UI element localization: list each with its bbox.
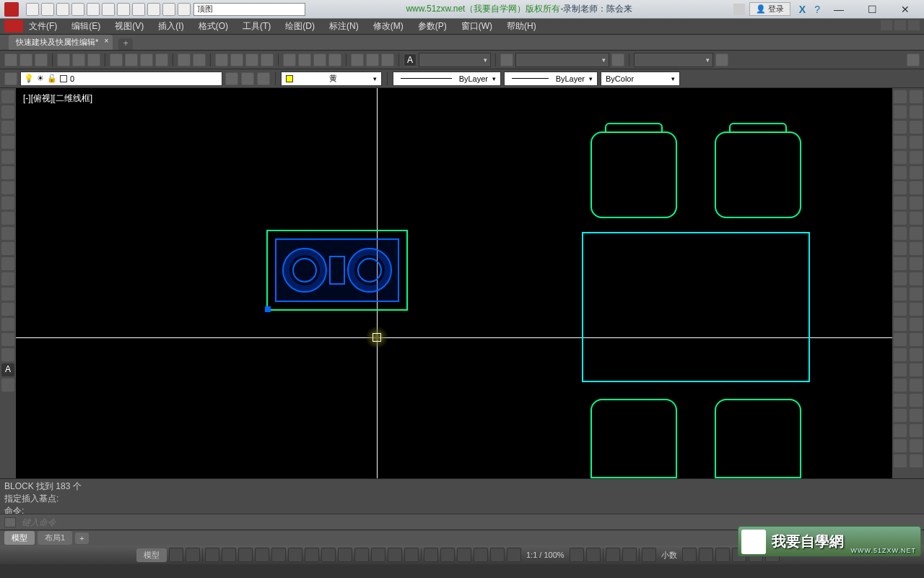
dim-break-icon[interactable] [910, 272, 923, 285]
workspace-field[interactable]: 顶图 [193, 3, 305, 16]
lock-ui-icon[interactable] [699, 548, 713, 562]
table-style-combo[interactable] [634, 53, 713, 67]
insert-block-icon[interactable] [1, 257, 14, 270]
publish-icon[interactable] [87, 53, 100, 66]
cycle-icon[interactable] [404, 548, 419, 562]
array-icon[interactable] [894, 151, 907, 164]
copy-icon[interactable] [125, 53, 138, 66]
drawing-canvas[interactable]: [-][俯视][二维线框] [16, 88, 892, 478]
menu-file[interactable]: 文件(F) [29, 20, 57, 33]
viewport-label[interactable]: [-][俯视][二维线框] [23, 92, 92, 105]
people-icon[interactable] [733, 4, 745, 15]
circle-icon[interactable] [1, 181, 14, 194]
polygon-icon[interactable] [1, 136, 14, 149]
model-toggle[interactable]: 模型 [136, 548, 167, 562]
save-icon[interactable] [35, 53, 48, 66]
menu-insert[interactable]: 插入(I) [158, 20, 183, 33]
stove-block[interactable] [266, 230, 408, 311]
tool-icon[interactable] [894, 439, 907, 452]
lwt-icon[interactable] [371, 548, 385, 562]
extend-icon[interactable] [894, 242, 907, 255]
menu-modify[interactable]: 修改(M) [373, 20, 404, 33]
qat-save-icon[interactable] [56, 3, 69, 16]
revcloud-icon[interactable] [1, 197, 14, 210]
layer-combo[interactable]: 💡 ☀ 🔓 0 [20, 72, 222, 86]
menu-dim[interactable]: 标注(N) [329, 20, 359, 33]
tool-icon[interactable] [894, 394, 907, 407]
menu-format[interactable]: 格式(O) [199, 20, 228, 33]
zoom-out-icon[interactable] [570, 548, 584, 562]
stretch-icon[interactable] [894, 212, 907, 225]
maximize-button[interactable]: ☐ [858, 2, 886, 17]
dimtedit-icon[interactable] [910, 363, 923, 376]
dim-style-icon[interactable] [500, 53, 513, 66]
zoom-prev-icon[interactable] [261, 53, 274, 66]
chair-block[interactable] [715, 399, 801, 478]
dimedit-icon[interactable] [910, 348, 923, 361]
dim-diameter-icon[interactable] [910, 181, 923, 194]
dim-space-icon[interactable] [910, 257, 923, 270]
pline-icon[interactable] [1, 121, 14, 134]
menu-view[interactable]: 视图(V) [115, 20, 144, 33]
rectangle-icon[interactable] [1, 151, 14, 164]
tool-icon[interactable] [894, 363, 907, 376]
dyn-icon[interactable] [354, 548, 369, 562]
new-icon[interactable] [4, 53, 17, 66]
pan-icon[interactable] [215, 53, 228, 66]
qat-undo-icon[interactable] [102, 3, 115, 16]
ducs-icon[interactable] [338, 548, 352, 562]
scale-icon[interactable] [894, 197, 907, 210]
mirror-icon[interactable] [894, 121, 907, 134]
text-style-combo[interactable] [419, 53, 491, 67]
tool-icon[interactable] [910, 424, 923, 437]
dim-quick-icon[interactable] [910, 212, 923, 225]
print-icon[interactable] [57, 53, 70, 66]
dim-arc-icon[interactable] [910, 121, 923, 134]
addsel-icon[interactable] [1, 379, 14, 392]
command-history[interactable]: BLOCK 找到 183 个 指定插入基点: 命令: [0, 479, 924, 514]
gizmo-icon[interactable] [457, 548, 471, 562]
offset-icon[interactable] [894, 136, 907, 149]
table-block[interactable] [582, 232, 810, 382]
ellipse-arc-icon[interactable] [1, 242, 14, 255]
qat-icon[interactable] [147, 3, 160, 16]
rotate-icon[interactable] [894, 181, 907, 194]
transp-icon[interactable] [388, 548, 402, 562]
autoscale-icon[interactable] [507, 548, 521, 562]
dyninput-icon[interactable] [222, 548, 236, 562]
plotstyle-combo[interactable]: ByColor▾ [601, 72, 680, 86]
paste-icon[interactable] [140, 53, 153, 66]
ortho-icon[interactable] [238, 548, 253, 562]
mdi-restore-icon[interactable] [894, 20, 906, 30]
chair-block[interactable] [590, 399, 677, 478]
tool-icon[interactable] [910, 439, 923, 452]
tool-icon[interactable] [894, 333, 907, 346]
join-icon[interactable] [894, 272, 907, 285]
color-combo[interactable]: 黄▾ [281, 72, 382, 86]
menu-edit[interactable]: 编辑(E) [71, 20, 100, 33]
qat-open-icon[interactable] [41, 3, 54, 16]
centermark-icon[interactable] [910, 303, 923, 316]
otrack-icon[interactable] [321, 548, 336, 562]
osnap-icon[interactable] [288, 548, 302, 562]
mtext-icon[interactable]: A [1, 363, 14, 376]
x-logo-icon[interactable]: X [795, 4, 810, 15]
break-icon[interactable] [894, 257, 907, 270]
properties-icon[interactable] [283, 53, 296, 66]
chair-block[interactable] [590, 131, 677, 218]
lineweight-combo[interactable]: ByLayer▾ [504, 72, 598, 86]
tool-icon[interactable] [894, 454, 907, 467]
tool-icon[interactable] [894, 409, 907, 422]
annoscale-icon[interactable] [474, 548, 488, 562]
tab-layout1[interactable]: 布局1 [38, 531, 72, 545]
tool-icon[interactable] [894, 348, 907, 361]
region-icon[interactable] [1, 333, 14, 346]
trim-icon[interactable] [894, 227, 907, 240]
qat-plot-icon[interactable] [87, 3, 100, 16]
spline-icon[interactable] [1, 212, 14, 225]
zoom-in-icon[interactable] [586, 548, 601, 562]
dim-style-combo[interactable] [515, 53, 609, 67]
dim-continue-icon[interactable] [910, 242, 923, 255]
zoom-window-icon[interactable] [245, 53, 258, 66]
tool-icon[interactable] [910, 454, 923, 467]
